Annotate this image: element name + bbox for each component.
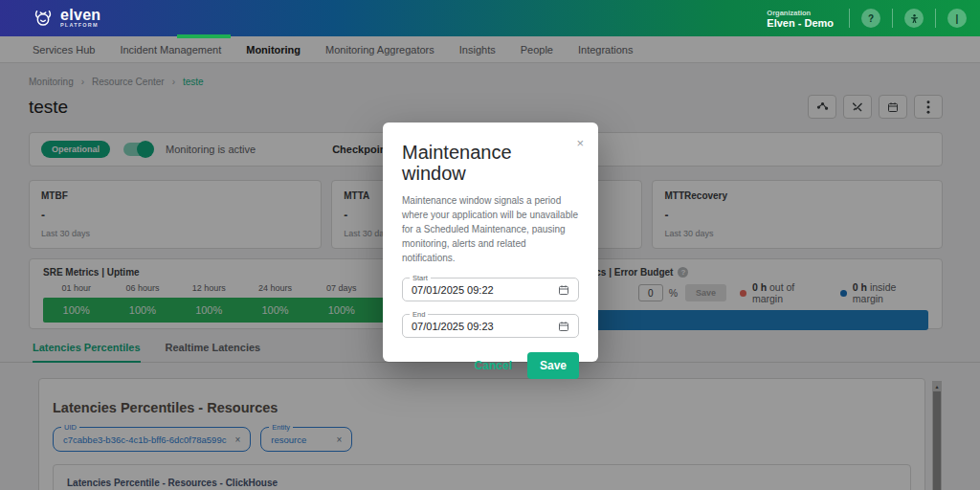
logo-subtext: PLATFORM [60,22,100,28]
modal-description: Maintenance window signals a period wher… [402,193,579,265]
cancel-button[interactable]: Cancel [475,359,512,372]
save-button[interactable]: Save [527,352,579,379]
start-datetime-field[interactable]: Start 07/01/2025 09:22 [402,278,579,301]
maintenance-window-modal: × Maintenance window Maintenance window … [383,122,598,362]
calendar-icon[interactable] [558,284,569,296]
logo-text: elven [60,9,100,22]
header-divider [935,9,936,28]
elven-mascot-icon [33,8,54,29]
organization-name: Elven - Demo [767,17,834,29]
app-header: elven PLATFORM Organization Elven - Demo… [0,0,980,36]
elven-logo[interactable]: elven PLATFORM [33,8,100,29]
header-divider [892,9,893,28]
organization-label: Organization [767,9,834,17]
start-datetime-value[interactable]: 07/01/2025 09:22 [412,284,494,296]
header-divider [849,9,850,28]
end-datetime-value[interactable]: 07/01/2025 09:23 [412,321,494,332]
power-icon[interactable]: | [947,9,967,28]
help-icon[interactable]: ? [861,9,880,28]
calendar-icon[interactable] [558,321,569,332]
organization-info: Organization Elven - Demo [767,9,834,29]
active-tab-indicator [177,34,231,38]
end-datetime-field[interactable]: End 07/01/2025 09:23 [402,314,579,338]
field-label: Start [410,274,431,282]
field-label: End [410,310,428,319]
close-icon[interactable]: × [576,137,584,149]
modal-title: Maintenance window [402,142,579,184]
accessibility-icon[interactable] [904,9,924,28]
